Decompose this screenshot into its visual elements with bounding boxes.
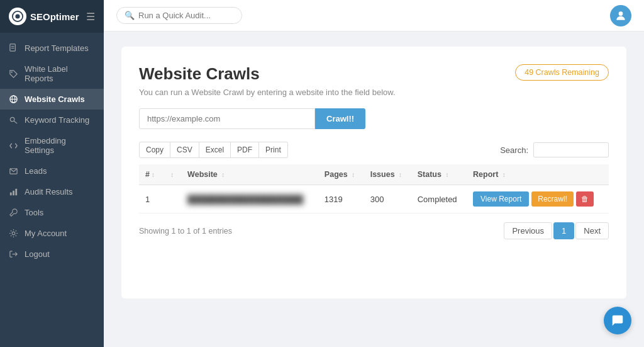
sidebar-label-keyword-tracking: Keyword Tracking [25, 115, 89, 125]
page-card: Website Crawls 49 Crawls Remaining You c… [121, 47, 626, 299]
topbar-right [610, 5, 631, 26]
view-report-button[interactable]: View Report [473, 191, 529, 207]
user-icon [614, 9, 627, 22]
previous-button[interactable]: Previous [504, 222, 552, 239]
cell-website: ████████████████████ [181, 185, 318, 213]
logout-icon [9, 249, 18, 259]
cell-num: 1 [139, 185, 162, 213]
sidebar-label-logout: Logout [25, 249, 50, 259]
sidebar-label-white-label-reports: White Label Reports [25, 64, 95, 83]
svg-rect-2 [10, 44, 15, 51]
cell-issues: 300 [364, 185, 411, 213]
tools-icon [9, 208, 18, 217]
table-controls: Copy CSV Excel PDF Print Search: [139, 142, 609, 158]
svg-point-15 [12, 232, 15, 235]
search-box[interactable]: 🔍 [116, 7, 242, 24]
sidebar-label-leads: Leads [25, 166, 47, 176]
sidebar-item-keyword-tracking[interactable]: Keyword Tracking [0, 110, 104, 130]
page-1-button[interactable]: 1 [553, 222, 574, 239]
col-report[interactable]: Report ↕ [467, 164, 609, 185]
table-search: Search: [500, 142, 609, 157]
sidebar-item-embedding-settings[interactable]: Embedding Settings [0, 130, 104, 161]
sidebar-item-audit-results[interactable]: Audit Results [0, 181, 104, 202]
chart-icon [9, 187, 18, 196]
pagination: Previous 1 Next [504, 222, 609, 239]
sidebar-item-website-crawls[interactable]: Website Crawls [0, 89, 104, 110]
sidebar: SEOptimer ☰ Report Templates White Label… [0, 0, 104, 347]
crawls-table: #↕ ↕ Website ↕ Pages ↕ Issues ↕ Status ↕… [139, 164, 609, 213]
chat-bubble[interactable] [604, 307, 631, 334]
recrawl-button[interactable]: Recrawl! [531, 191, 574, 207]
col-status[interactable]: Status ↕ [411, 164, 467, 185]
cell-actions: View Report Recrawl! 🗑 [467, 185, 609, 213]
svg-point-1 [15, 14, 19, 18]
topbar: 🔍 [104, 0, 644, 31]
svg-point-5 [11, 71, 13, 72]
sidebar-item-my-account[interactable]: My Account [0, 223, 104, 244]
crawl-input-row: Crawl!! [139, 108, 609, 129]
hamburger-icon[interactable]: ☰ [86, 11, 95, 23]
print-button[interactable]: Print [259, 142, 288, 158]
svg-rect-13 [13, 191, 14, 196]
next-button[interactable]: Next [575, 222, 609, 239]
user-icon-button[interactable] [610, 5, 631, 26]
content-area: Website Crawls 49 Crawls Remaining You c… [104, 31, 644, 347]
file-icon [9, 43, 18, 53]
excel-button[interactable]: Excel [199, 142, 231, 158]
main-area: 🔍 Website Crawls 49 Crawls Remaining You… [104, 0, 644, 347]
sidebar-nav: Report Templates White Label Reports Web… [0, 33, 104, 270]
sidebar-header: SEOptimer ☰ [0, 0, 104, 33]
logo-icon [9, 8, 26, 25]
action-buttons: View Report Recrawl! 🗑 [473, 191, 602, 207]
svg-rect-14 [15, 189, 17, 195]
chat-icon [611, 314, 625, 327]
page-subtitle: You can run a Website Crawl by entering … [139, 88, 609, 97]
pdf-button[interactable]: PDF [231, 142, 259, 158]
tag-icon [9, 69, 18, 79]
search-input[interactable] [138, 11, 226, 20]
col-website[interactable]: Website ↕ [181, 164, 318, 185]
cell-status: Completed [411, 185, 467, 213]
table-row: 1 ████████████████████ 1319 300 Complete… [139, 185, 609, 213]
copy-button[interactable]: Copy [139, 142, 170, 158]
col-num: #↕ [139, 164, 162, 185]
crawl-url-input[interactable] [139, 108, 315, 129]
sidebar-label-report-templates: Report Templates [25, 43, 89, 53]
svg-point-9 [10, 117, 14, 122]
sidebar-item-leads[interactable]: Leads [0, 161, 104, 181]
table-footer: Showing 1 to 1 of 1 entries Previous 1 N… [139, 222, 609, 239]
sidebar-label-website-crawls: Website Crawls [25, 94, 85, 104]
page-header: Website Crawls 49 Crawls Remaining [139, 64, 609, 84]
cell-pages: 1319 [318, 185, 364, 213]
svg-line-10 [14, 121, 17, 123]
website-blurred: ████████████████████ [187, 195, 303, 204]
svg-point-17 [619, 11, 623, 16]
mail-icon [9, 166, 18, 176]
sidebar-item-tools[interactable]: Tools [0, 202, 104, 223]
table-search-input[interactable] [533, 142, 609, 157]
col-pages[interactable]: Pages ↕ [318, 164, 364, 185]
col-sort: ↕ [162, 164, 181, 185]
sidebar-item-logout[interactable]: Logout [0, 244, 104, 265]
page-title: Website Crawls [139, 64, 260, 84]
svg-rect-12 [10, 192, 12, 195]
delete-button[interactable]: 🗑 [576, 191, 594, 207]
sidebar-label-tools: Tools [25, 208, 43, 217]
code-icon [9, 141, 18, 151]
sidebar-item-report-templates[interactable]: Report Templates [0, 38, 104, 59]
crawl-button[interactable]: Crawl!! [315, 108, 365, 129]
key-icon [9, 115, 18, 125]
cell-empty [162, 185, 181, 213]
sidebar-item-white-label-reports[interactable]: White Label Reports [0, 59, 104, 89]
sidebar-label-audit-results: Audit Results [25, 187, 73, 196]
gear-icon [9, 229, 18, 238]
col-issues[interactable]: Issues ↕ [364, 164, 411, 185]
globe-icon [9, 94, 18, 104]
csv-button[interactable]: CSV [170, 142, 199, 158]
app-name: SEOptimer [30, 11, 79, 22]
crawls-remaining-badge: 49 Crawls Remaining [515, 64, 609, 81]
search-label: Search: [500, 145, 528, 155]
app-logo[interactable]: SEOptimer [9, 8, 79, 25]
sidebar-label-embedding-settings: Embedding Settings [25, 136, 95, 155]
showing-text: Showing 1 to 1 of 1 entries [139, 227, 232, 236]
